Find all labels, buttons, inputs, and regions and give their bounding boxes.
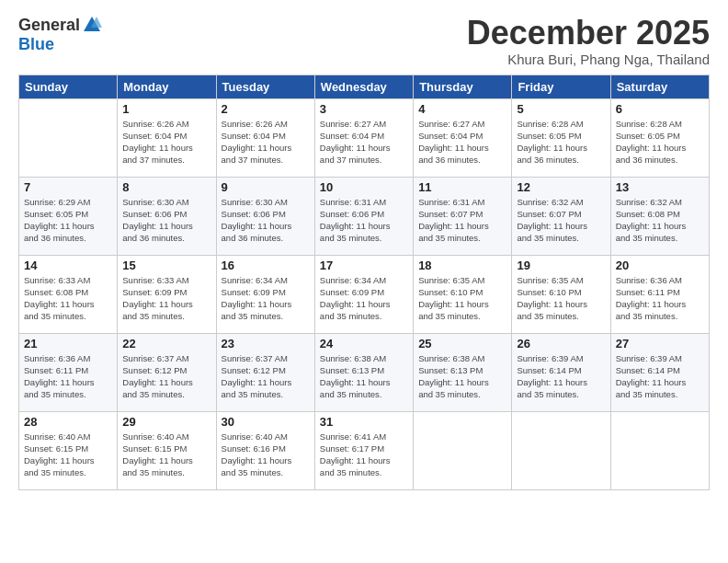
table-row: 8Sunrise: 6:30 AM Sunset: 6:06 PM Daylig… <box>118 177 216 255</box>
cell-info: Sunrise: 6:39 AM Sunset: 6:14 PM Dayligh… <box>616 352 704 401</box>
table-row: 25Sunrise: 6:38 AM Sunset: 6:13 PM Dayli… <box>414 333 512 411</box>
day-number: 4 <box>418 102 506 116</box>
col-monday: Monday <box>118 75 216 98</box>
day-number: 31 <box>320 415 408 429</box>
day-number: 17 <box>320 259 408 272</box>
col-thursday: Thursday <box>414 75 512 98</box>
cell-info: Sunrise: 6:34 AM Sunset: 6:09 PM Dayligh… <box>320 274 408 323</box>
day-number: 21 <box>24 337 112 350</box>
day-number: 13 <box>616 180 704 194</box>
cell-info: Sunrise: 6:33 AM Sunset: 6:09 PM Dayligh… <box>122 274 210 323</box>
day-number: 1 <box>122 102 210 116</box>
day-number: 18 <box>418 259 506 272</box>
cell-info: Sunrise: 6:31 AM Sunset: 6:06 PM Dayligh… <box>320 196 408 245</box>
calendar: Sunday Monday Tuesday Wednesday Thursday… <box>18 75 710 490</box>
cell-info: Sunrise: 6:33 AM Sunset: 6:08 PM Dayligh… <box>24 274 112 323</box>
cell-info: Sunrise: 6:26 AM Sunset: 6:04 PM Dayligh… <box>122 118 210 167</box>
col-tuesday: Tuesday <box>216 75 314 98</box>
table-row: 17Sunrise: 6:34 AM Sunset: 6:09 PM Dayli… <box>314 255 413 333</box>
page: General Blue December 2025 Khura Buri, P… <box>0 0 728 563</box>
day-number: 6 <box>616 102 704 116</box>
table-row: 22Sunrise: 6:37 AM Sunset: 6:12 PM Dayli… <box>118 333 216 411</box>
day-number: 28 <box>24 415 112 429</box>
day-number: 5 <box>517 102 605 116</box>
calendar-week-row: 28Sunrise: 6:40 AM Sunset: 6:15 PM Dayli… <box>19 411 710 489</box>
cell-info: Sunrise: 6:38 AM Sunset: 6:13 PM Dayligh… <box>320 352 408 401</box>
cell-info: Sunrise: 6:35 AM Sunset: 6:10 PM Dayligh… <box>418 274 506 323</box>
table-row: 28Sunrise: 6:40 AM Sunset: 6:15 PM Dayli… <box>19 411 118 489</box>
cell-info: Sunrise: 6:39 AM Sunset: 6:14 PM Dayligh… <box>517 352 605 401</box>
day-number: 20 <box>616 259 704 272</box>
cell-info: Sunrise: 6:26 AM Sunset: 6:04 PM Dayligh… <box>222 118 310 167</box>
day-number: 22 <box>122 337 210 350</box>
cell-info: Sunrise: 6:36 AM Sunset: 6:11 PM Dayligh… <box>24 352 112 401</box>
table-row: 12Sunrise: 6:32 AM Sunset: 6:07 PM Dayli… <box>512 177 610 255</box>
calendar-header-row: Sunday Monday Tuesday Wednesday Thursday… <box>19 75 710 98</box>
table-row: 27Sunrise: 6:39 AM Sunset: 6:14 PM Dayli… <box>610 333 709 411</box>
table-row: 9Sunrise: 6:30 AM Sunset: 6:06 PM Daylig… <box>216 177 314 255</box>
cell-info: Sunrise: 6:31 AM Sunset: 6:07 PM Dayligh… <box>418 196 506 245</box>
cell-info: Sunrise: 6:32 AM Sunset: 6:08 PM Dayligh… <box>616 196 704 245</box>
table-row: 31Sunrise: 6:41 AM Sunset: 6:17 PM Dayli… <box>314 411 413 489</box>
cell-info: Sunrise: 6:34 AM Sunset: 6:09 PM Dayligh… <box>222 274 310 323</box>
cell-info: Sunrise: 6:37 AM Sunset: 6:12 PM Dayligh… <box>222 352 310 401</box>
col-friday: Friday <box>512 75 610 98</box>
col-saturday: Saturday <box>610 75 709 98</box>
calendar-week-row: 14Sunrise: 6:33 AM Sunset: 6:08 PM Dayli… <box>19 255 710 333</box>
cell-info: Sunrise: 6:38 AM Sunset: 6:13 PM Dayligh… <box>418 352 506 401</box>
table-row: 10Sunrise: 6:31 AM Sunset: 6:06 PM Dayli… <box>314 177 413 255</box>
day-number: 23 <box>222 337 310 350</box>
table-row: 6Sunrise: 6:28 AM Sunset: 6:05 PM Daylig… <box>610 98 709 177</box>
day-number: 12 <box>517 180 605 194</box>
table-row: 5Sunrise: 6:28 AM Sunset: 6:05 PM Daylig… <box>512 98 610 177</box>
cell-info: Sunrise: 6:32 AM Sunset: 6:07 PM Dayligh… <box>517 196 605 245</box>
table-row: 21Sunrise: 6:36 AM Sunset: 6:11 PM Dayli… <box>19 333 118 411</box>
day-number: 2 <box>222 102 310 116</box>
table-row: 19Sunrise: 6:35 AM Sunset: 6:10 PM Dayli… <box>512 255 610 333</box>
cell-info: Sunrise: 6:28 AM Sunset: 6:05 PM Dayligh… <box>616 118 704 167</box>
calendar-week-row: 21Sunrise: 6:36 AM Sunset: 6:11 PM Dayli… <box>19 333 710 411</box>
cell-info: Sunrise: 6:40 AM Sunset: 6:16 PM Dayligh… <box>222 431 310 479</box>
calendar-week-row: 1Sunrise: 6:26 AM Sunset: 6:04 PM Daylig… <box>19 98 710 177</box>
table-row: 29Sunrise: 6:40 AM Sunset: 6:15 PM Dayli… <box>118 411 216 489</box>
table-row: 4Sunrise: 6:27 AM Sunset: 6:04 PM Daylig… <box>414 98 512 177</box>
cell-info: Sunrise: 6:30 AM Sunset: 6:06 PM Dayligh… <box>222 196 310 245</box>
cell-info: Sunrise: 6:40 AM Sunset: 6:15 PM Dayligh… <box>122 431 210 479</box>
day-number: 11 <box>418 180 506 194</box>
day-number: 27 <box>616 337 704 350</box>
day-number: 19 <box>517 259 605 272</box>
day-number: 25 <box>418 337 506 350</box>
table-row: 1Sunrise: 6:26 AM Sunset: 6:04 PM Daylig… <box>118 98 216 177</box>
table-row: 18Sunrise: 6:35 AM Sunset: 6:10 PM Dayli… <box>414 255 512 333</box>
cell-info: Sunrise: 6:37 AM Sunset: 6:12 PM Dayligh… <box>122 352 210 401</box>
table-row: 26Sunrise: 6:39 AM Sunset: 6:14 PM Dayli… <box>512 333 610 411</box>
day-number: 7 <box>24 180 112 194</box>
table-row: 13Sunrise: 6:32 AM Sunset: 6:08 PM Dayli… <box>610 177 709 255</box>
logo-blue: Blue <box>18 35 54 53</box>
month-title: December 2025 <box>467 15 710 52</box>
day-number: 16 <box>222 259 310 272</box>
table-row: 3Sunrise: 6:27 AM Sunset: 6:04 PM Daylig… <box>314 98 413 177</box>
col-wednesday: Wednesday <box>314 75 413 98</box>
subtitle: Khura Buri, Phang Nga, Thailand <box>467 52 710 67</box>
table-row: 23Sunrise: 6:37 AM Sunset: 6:12 PM Dayli… <box>216 333 314 411</box>
col-sunday: Sunday <box>19 75 118 98</box>
day-number: 30 <box>222 415 310 429</box>
cell-info: Sunrise: 6:36 AM Sunset: 6:11 PM Dayligh… <box>616 274 704 323</box>
logo: General Blue <box>18 15 102 54</box>
cell-info: Sunrise: 6:29 AM Sunset: 6:05 PM Dayligh… <box>24 196 112 245</box>
day-number: 9 <box>222 180 310 194</box>
calendar-week-row: 7Sunrise: 6:29 AM Sunset: 6:05 PM Daylig… <box>19 177 710 255</box>
title-area: December 2025 Khura Buri, Phang Nga, Tha… <box>467 15 710 67</box>
day-number: 3 <box>320 102 408 116</box>
day-number: 8 <box>122 180 210 194</box>
day-number: 15 <box>122 259 210 272</box>
table-row <box>414 411 512 489</box>
logo-icon <box>82 15 102 35</box>
cell-info: Sunrise: 6:40 AM Sunset: 6:15 PM Dayligh… <box>24 431 112 479</box>
table-row: 7Sunrise: 6:29 AM Sunset: 6:05 PM Daylig… <box>19 177 118 255</box>
table-row: 11Sunrise: 6:31 AM Sunset: 6:07 PM Dayli… <box>414 177 512 255</box>
day-number: 29 <box>122 415 210 429</box>
table-row: 16Sunrise: 6:34 AM Sunset: 6:09 PM Dayli… <box>216 255 314 333</box>
cell-info: Sunrise: 6:41 AM Sunset: 6:17 PM Dayligh… <box>320 431 408 479</box>
